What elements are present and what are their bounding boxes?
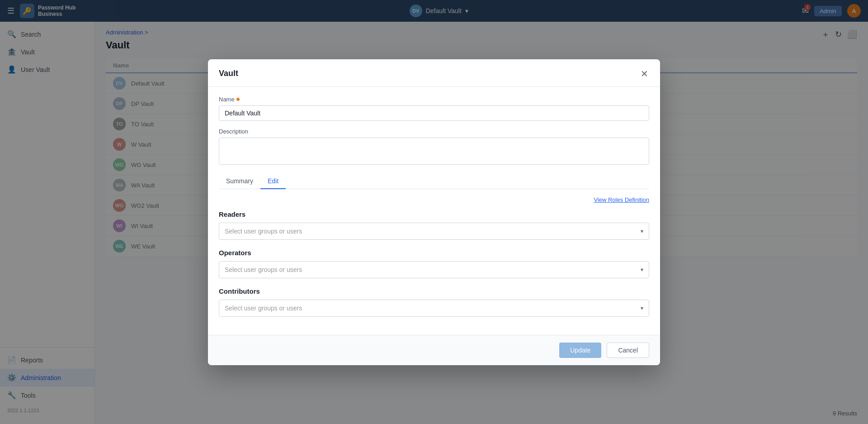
readers-section: Readers Select user groups or users ▾ [219,210,649,240]
contributors-title: Contributors [219,287,649,295]
contributors-dropdown-placeholder: Select user groups or users [225,305,302,312]
contributors-chevron-icon: ▾ [641,305,643,311]
update-button[interactable]: Update [559,343,601,358]
modal-tabs: Summary Edit [219,174,649,189]
modal-body: Name Description Summary Edit View Roles… [208,87,660,335]
operators-title: Operators [219,249,649,257]
readers-dropdown-placeholder: Select user groups or users [225,228,302,235]
description-label: Description [219,128,649,135]
modal-footer: Update Cancel [208,335,660,365]
cancel-button[interactable]: Cancel [607,343,649,358]
operators-dropdown-placeholder: Select user groups or users [225,266,302,273]
description-input[interactable] [219,138,649,165]
vault-modal: Vault ✕ Name Description Summary Edit [208,59,660,365]
readers-dropdown[interactable]: Select user groups or users ▾ [219,223,649,240]
readers-title: Readers [219,210,649,218]
contributors-section: Contributors Select user groups or users… [219,287,649,317]
modal-close-button[interactable]: ✕ [640,68,649,79]
name-field-group: Name [219,96,649,121]
contributors-dropdown[interactable]: Select user groups or users ▾ [219,300,649,317]
view-roles-link[interactable]: View Roles Definition [219,196,649,203]
operators-dropdown[interactable]: Select user groups or users ▾ [219,261,649,278]
tab-edit-content: View Roles Definition Readers Select use… [219,196,649,317]
modal-overlay: Vault ✕ Name Description Summary Edit [0,0,868,424]
operators-chevron-icon: ▾ [641,267,643,273]
tab-edit[interactable]: Edit [260,174,286,189]
description-field-group: Description [219,128,649,167]
required-indicator [236,98,240,101]
tab-summary[interactable]: Summary [219,174,260,189]
readers-chevron-icon: ▾ [641,228,643,234]
modal-header: Vault ✕ [208,59,660,87]
modal-title: Vault [219,69,238,78]
operators-section: Operators Select user groups or users ▾ [219,249,649,278]
name-label: Name [219,96,649,103]
name-input[interactable] [219,105,649,121]
